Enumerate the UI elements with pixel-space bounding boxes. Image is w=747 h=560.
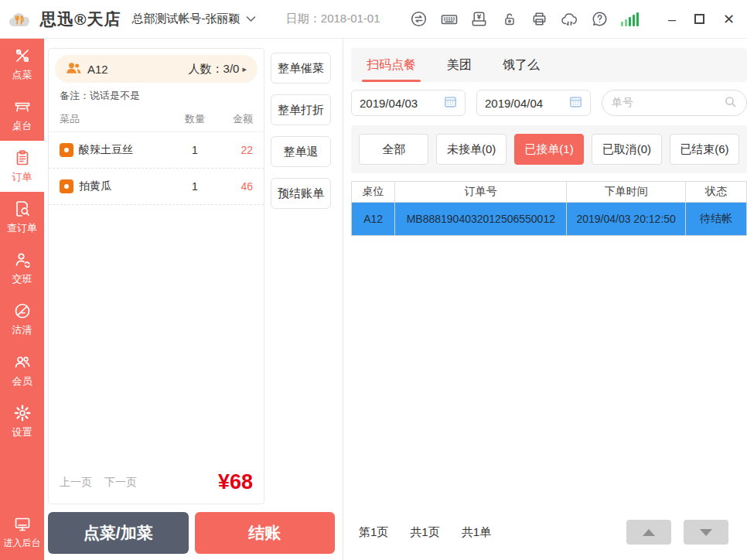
topbar: 思迅®天店 总部测试帐号-张丽颖 日期：2018-01-01 (0, 0, 747, 39)
sidebar-item-label: 会员 (12, 374, 32, 388)
chevron-down-icon (246, 15, 256, 22)
keyboard-icon[interactable] (440, 10, 459, 29)
app-logo-cloud-icon (8, 9, 34, 29)
sidebar-item-sold-out[interactable]: 沽清 (0, 294, 44, 345)
sidebar-item-label: 沽清 (12, 323, 32, 337)
column-dish: 菜品 (60, 112, 172, 126)
minimize-button[interactable]: – (668, 12, 676, 26)
sidebar-item-search-orders[interactable]: 查订单 (0, 192, 44, 243)
cash-drawer-icon[interactable] (470, 10, 489, 29)
guests-icon (66, 62, 81, 77)
sidebar-item-tables[interactable]: 桌台 (0, 90, 44, 141)
header-table: 桌位 (352, 182, 395, 203)
order-number-search-input[interactable]: 单号 (602, 90, 747, 116)
orders-table-header: 桌位 订单号 下单时间 状态 (352, 182, 747, 203)
filter-accepted-button[interactable]: 已接单(1) (514, 134, 584, 165)
table-header-pill[interactable]: A12 人数：3/0 ▸ (55, 55, 258, 83)
header-status: 状态 (685, 182, 746, 203)
checkout-button[interactable]: 结账 (195, 512, 336, 554)
pre-bill-button[interactable]: 预结账单 (271, 178, 331, 209)
current-order-panel: A12 人数：3/0 ▸ 备注：说话是不是 菜品 数量 金额 酸辣土豆丝 1 (44, 39, 343, 560)
dish-row[interactable]: 拍黄瓜 1 46 (49, 169, 264, 205)
transfer-icon[interactable] (410, 10, 428, 29)
order-bottom-buttons: 点菜/加菜 结账 (48, 512, 335, 554)
online-orders-panel: 扫码点餐 美团 饿了么 2019/04/03 2019/04/04 单号 (343, 39, 747, 560)
date-to-input[interactable]: 2019/04/04 (476, 90, 591, 116)
header-time: 下单时间 (567, 182, 685, 203)
scroll-down-button[interactable] (684, 520, 728, 545)
gear-icon (13, 404, 32, 422)
guest-count: 人数：3/0 (189, 62, 240, 77)
sidebar-item-label: 查订单 (7, 221, 37, 235)
urge-order-button[interactable]: 整单催菜 (271, 53, 331, 84)
orders-pagination: 第1页 共1页 共1单 (351, 520, 747, 560)
order-row[interactable]: A12 MB8881904032012506550012 2019/04/03 … (352, 203, 747, 236)
date-to-value: 2019/04/04 (485, 97, 543, 110)
filter-date-row: 2019/04/03 2019/04/04 单号 (351, 90, 747, 116)
doc-search-icon (13, 200, 32, 218)
sidebar-item-members[interactable]: 会员 (0, 345, 44, 396)
filter-unaccepted-button[interactable]: 未接单(0) (436, 134, 506, 165)
account-dropdown[interactable]: 总部测试帐号-张丽颖 (131, 12, 256, 26)
sidebar-item-settings[interactable]: 设置 (0, 396, 44, 447)
order-detail-box: A12 人数：3/0 ▸ 备注：说话是不是 菜品 数量 金额 酸辣土豆丝 1 (48, 48, 264, 504)
dish-row[interactable]: 酸辣土豆丝 1 22 (49, 132, 264, 169)
order-total: ¥68 (218, 470, 253, 494)
sidebar-item-label: 桌台 (12, 119, 32, 133)
next-page-link[interactable]: 下一页 (104, 476, 137, 490)
clipboard-icon (13, 149, 32, 167)
sidebar: 点菜 桌台 订单 查订单 交班 沽清 会员 设置 (0, 39, 44, 560)
tab-eleme[interactable]: 饿了么 (503, 48, 540, 82)
filter-cancelled-button[interactable]: 已取消(0) (592, 134, 661, 165)
column-qty: 数量 (172, 112, 217, 126)
sidebar-item-label: 订单 (12, 170, 32, 184)
sidebar-item-label: 交班 (12, 272, 32, 286)
lock-icon[interactable] (500, 10, 519, 29)
orders-table: 桌位 订单号 下单时间 状态 A12 MB8881904032012506550… (351, 181, 747, 236)
brand-title: 思迅®天店 (40, 9, 121, 30)
discount-order-button[interactable]: 整单打折 (271, 94, 331, 125)
cell-status: 待结帐 (685, 203, 746, 236)
tab-scan-order[interactable]: 扫码点餐 (367, 48, 416, 82)
business-date-label: 日期：2018-01-01 (286, 12, 380, 26)
order-remark: 备注：说话是不是 (49, 89, 264, 109)
close-button[interactable]: ✕ (723, 12, 735, 26)
dish-qty: 1 (172, 144, 217, 156)
order-footer: 上一页 下一页 ¥68 (49, 464, 264, 504)
filter-all-button[interactable]: 全部 (359, 134, 428, 165)
maximize-button[interactable] (694, 14, 704, 24)
sidebar-item-shift[interactable]: 交班 (0, 243, 44, 294)
status-filter-bar: 全部 未接单(0) 已接单(1) 已取消(0) 已结束(6) (351, 125, 747, 173)
sidebar-item-backend[interactable]: 进入后台 (0, 504, 44, 560)
search-placeholder: 单号 (612, 96, 633, 110)
dish-amount: 46 (217, 180, 253, 193)
signal-icon[interactable] (621, 12, 639, 26)
prev-page-link[interactable]: 上一页 (60, 476, 92, 490)
dish-list-header: 菜品 数量 金额 (49, 109, 264, 132)
whole-order-actions: 整单催菜 整单打折 整单退 预结账单 (271, 48, 331, 504)
calendar-icon (443, 94, 458, 111)
help-icon[interactable] (591, 10, 609, 29)
total-orders-label: 共1单 (462, 525, 491, 540)
account-name: 总部测试帐号-张丽颖 (131, 12, 240, 26)
scroll-up-button[interactable] (626, 520, 671, 545)
date-from-input[interactable]: 2019/04/03 (351, 90, 466, 116)
tab-meituan[interactable]: 美团 (447, 48, 472, 82)
cell-order-no: MB8881904032012506550012 (395, 203, 567, 236)
expand-arrow-icon: ▸ (242, 64, 247, 74)
search-icon (724, 95, 737, 111)
order-add-dish-button[interactable]: 点菜/加菜 (48, 512, 189, 554)
dish-qty: 1 (172, 180, 217, 193)
sidebar-item-orders[interactable]: 订单 (0, 141, 44, 192)
cloud-sync-icon[interactable] (561, 10, 579, 29)
dish-status-icon (60, 143, 73, 157)
sidebar-item-order-food[interactable]: 点菜 (0, 39, 44, 90)
filter-finished-button[interactable]: 已结束(6) (670, 134, 739, 165)
dish-name: 酸辣土豆丝 (79, 143, 172, 157)
triangle-up-icon (643, 529, 655, 536)
printer-icon[interactable] (530, 10, 549, 29)
table-icon (13, 97, 32, 116)
sold-out-icon (13, 302, 32, 320)
return-order-button[interactable]: 整单退 (271, 136, 331, 167)
utensils-icon (13, 46, 32, 65)
